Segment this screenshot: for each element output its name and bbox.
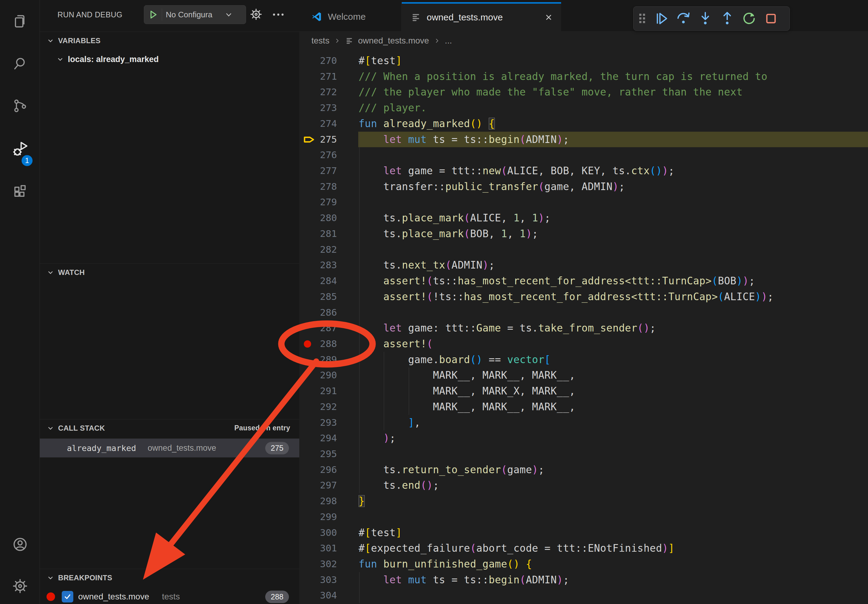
code-text[interactable]: assert!(!ts::has_most_recent_for_address… — [358, 289, 774, 305]
breadcrumb-folder[interactable]: tests — [312, 36, 329, 46]
line-number[interactable]: 274 — [299, 116, 337, 132]
code-line-279[interactable]: 279 — [299, 194, 868, 210]
code-text[interactable]: let game: ttt::Game = ts.take_from_sende… — [358, 320, 656, 336]
variables-scope-locals[interactable]: locals: already_marked — [40, 51, 299, 68]
call-stack-frame[interactable]: already_marked owned_tests.move 275 — [40, 438, 299, 457]
stop-button[interactable] — [760, 8, 782, 29]
code-text[interactable]: ], — [358, 415, 421, 431]
breadcrumb-file[interactable]: owned_tests.move — [358, 36, 429, 46]
close-icon[interactable] — [544, 13, 553, 22]
line-number[interactable]: 273 — [299, 100, 337, 116]
line-number[interactable]: 298 — [299, 493, 337, 509]
line-number[interactable]: 280 — [299, 210, 337, 226]
code-line-298[interactable]: 298} — [299, 493, 868, 509]
code-text[interactable]: let game = ttt::new(ALICE, BOB, KEY, ts.… — [358, 163, 674, 179]
code-line-277[interactable]: 277 let game = ttt::new(ALICE, BOB, KEY,… — [299, 163, 868, 179]
breakpoint-item[interactable]: owned_tests.move tests 288 — [40, 588, 299, 604]
step-out-button[interactable] — [716, 8, 738, 29]
code-line-270[interactable]: 270#[test] — [299, 53, 868, 69]
source-control-icon[interactable] — [0, 89, 40, 122]
code-text[interactable]: /// the player who made the "false" move… — [358, 84, 743, 100]
line-number[interactable]: 294 — [299, 431, 337, 446]
line-number[interactable]: 295 — [299, 446, 337, 462]
code-text[interactable]: ts.return_to_sender(game); — [358, 462, 544, 478]
line-number[interactable]: 276 — [299, 147, 337, 163]
line-number[interactable]: 285 — [299, 289, 337, 305]
section-breakpoints[interactable]: BREAKPOINTS — [40, 569, 299, 586]
code-line-299[interactable]: 299 — [299, 509, 868, 525]
section-variables[interactable]: VARIABLES — [40, 32, 299, 49]
line-number[interactable]: 300 — [299, 525, 337, 541]
start-debugging-icon[interactable] — [144, 9, 162, 20]
line-number[interactable]: 282 — [299, 242, 337, 258]
code-text[interactable]: ts.place_mark(BOB, 1, 1); — [358, 226, 538, 242]
code-line-295[interactable]: 295 — [299, 446, 868, 462]
code-line-285[interactable]: 285 assert!(!ts::has_most_recent_for_add… — [299, 289, 868, 305]
code-line-287[interactable]: 287 let game: ttt::Game = ts.take_from_s… — [299, 320, 868, 336]
line-number[interactable]: 286 — [299, 305, 337, 321]
line-number[interactable]: 297 — [299, 477, 337, 493]
code-line-283[interactable]: 283 ts.next_tx(ADMIN); — [299, 257, 868, 273]
explorer-icon[interactable] — [0, 5, 40, 38]
code-line-286[interactable]: 286 — [299, 305, 868, 321]
line-number[interactable]: 277 — [299, 163, 337, 179]
code-text[interactable]: ts.place_mark(ALICE, 1, 1); — [358, 210, 550, 226]
code-line-292[interactable]: 292 MARK__, MARK__, MARK__, — [299, 399, 868, 415]
restart-button[interactable] — [738, 8, 760, 29]
code-text[interactable]: assert!( — [358, 336, 433, 352]
line-number[interactable]: 287 — [299, 320, 337, 336]
code-line-284[interactable]: 284 assert!(ts::has_most_recent_for_addr… — [299, 273, 868, 289]
launch-config-dropdown[interactable]: No Configura — [144, 5, 246, 24]
line-number[interactable]: 272 — [299, 84, 337, 100]
line-number[interactable]: 284 — [299, 273, 337, 289]
code-text[interactable]: MARK__, MARK__, MARK__, — [358, 367, 575, 383]
line-number[interactable]: 281 — [299, 226, 337, 242]
breakpoint-checkbox[interactable] — [62, 591, 73, 602]
code-line-272[interactable]: 272/// the player who made the "false" m… — [299, 84, 868, 100]
line-number[interactable]: 278 — [299, 179, 337, 195]
code-line-303[interactable]: 303 let mut ts = ts::begin(ADMIN); — [299, 572, 868, 588]
line-number[interactable]: 293 — [299, 415, 337, 431]
line-number[interactable]: 279 — [299, 194, 337, 210]
code-text[interactable]: fun already_marked() { — [358, 116, 495, 132]
code-line-274[interactable]: 274fun already_marked() { — [299, 116, 868, 132]
code-text[interactable]: #[expected_failure(abort_code = ttt::ENo… — [358, 541, 674, 556]
line-number[interactable]: 288 — [299, 336, 337, 352]
line-number[interactable]: 302 — [299, 556, 337, 572]
settings-gear-icon[interactable] — [0, 569, 40, 603]
code-text[interactable]: #[test] — [358, 53, 402, 69]
code-line-280[interactable]: 280 ts.place_mark(ALICE, 1, 1); — [299, 210, 868, 226]
code-line-273[interactable]: 273/// player. — [299, 100, 868, 116]
code-text[interactable]: /// player. — [358, 100, 427, 116]
code-line-275[interactable]: 275 let mut ts = ts::begin(ADMIN); — [299, 132, 868, 147]
code-line-300[interactable]: 300#[test] — [299, 525, 868, 541]
line-number[interactable]: 303 — [299, 572, 337, 588]
line-number[interactable]: 283 — [299, 257, 337, 273]
code-text[interactable]: ts.end(); — [358, 477, 439, 493]
code-line-290[interactable]: 290 MARK__, MARK__, MARK__, — [299, 367, 868, 383]
step-over-button[interactable] — [673, 8, 694, 29]
line-number[interactable]: 290 — [299, 367, 337, 383]
continue-button[interactable] — [651, 8, 673, 29]
code-line-297[interactable]: 297 ts.end(); — [299, 477, 868, 493]
line-number[interactable]: 270 — [299, 53, 337, 69]
line-number[interactable]: 296 — [299, 462, 337, 478]
code-line-304[interactable]: 304 — [299, 588, 868, 603]
code-line-288[interactable]: 288 assert!( — [299, 336, 868, 352]
code-line-271[interactable]: 271/// When a position is already marked… — [299, 69, 868, 85]
code-line-278[interactable]: 278 transfer::public_transfer(game, ADMI… — [299, 179, 868, 195]
code-text[interactable]: let mut ts = ts::begin(ADMIN); — [358, 572, 569, 588]
code-line-296[interactable]: 296 ts.return_to_sender(game); — [299, 462, 868, 478]
code-line-301[interactable]: 301#[expected_failure(abort_code = ttt::… — [299, 541, 868, 556]
code-line-282[interactable]: 282 — [299, 242, 868, 258]
code-line-294[interactable]: 294 ); — [299, 431, 868, 446]
more-actions-icon[interactable] — [271, 12, 285, 17]
extensions-icon[interactable] — [0, 175, 40, 208]
run-and-debug-icon[interactable]: 1 — [0, 132, 40, 166]
code-text[interactable]: let mut ts = ts::begin(ADMIN); — [358, 132, 569, 147]
breadcrumb-symbol[interactable]: ... — [445, 36, 452, 46]
code-text[interactable]: MARK__, MARK_X, MARK__, — [358, 383, 575, 399]
tab-owned-tests-move[interactable]: owned_tests.move — [402, 2, 561, 31]
line-number[interactable]: 291 — [299, 383, 337, 399]
code-line-281[interactable]: 281 ts.place_mark(BOB, 1, 1); — [299, 226, 868, 242]
